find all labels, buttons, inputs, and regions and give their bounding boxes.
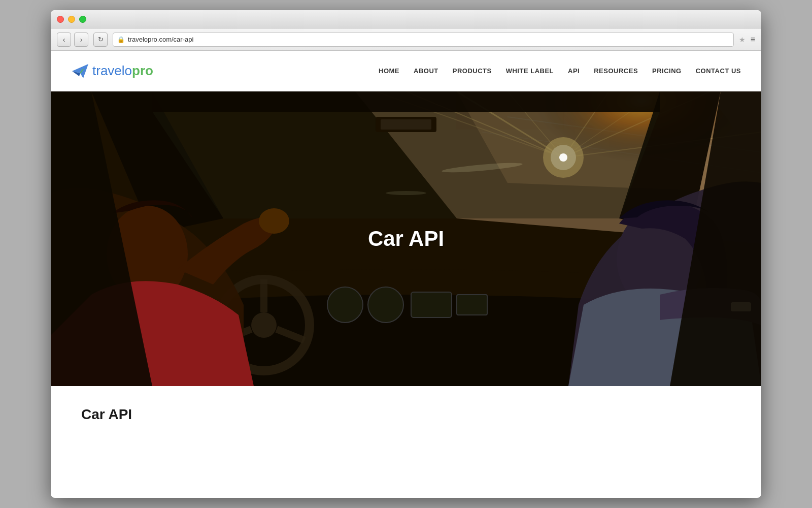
svg-marker-0 <box>72 64 88 78</box>
svg-point-27 <box>327 287 363 323</box>
hero-title: Car API <box>368 227 444 251</box>
maximize-button[interactable] <box>79 16 86 23</box>
svg-rect-19 <box>152 91 660 112</box>
mac-window-buttons <box>57 16 86 23</box>
reload-button[interactable]: ↻ <box>93 33 108 47</box>
mac-titlebar <box>51 10 761 28</box>
nav-item-pricing[interactable]: PRICING <box>652 67 682 75</box>
logo-icon <box>71 62 89 80</box>
bookmark-button[interactable]: ★ <box>739 36 746 44</box>
nav-item-contact[interactable]: CONTACT US <box>696 67 741 75</box>
outer-wrapper: ‹ › ↻ 🔒 travelopro.com/car-api ★ ≡ <box>0 0 812 508</box>
browser-content: travelopro HOME ABOUT PRODUCTS WHITE LAB… <box>51 51 761 443</box>
menu-button[interactable]: ≡ <box>751 35 755 44</box>
close-button[interactable] <box>57 16 64 23</box>
nav-item-about[interactable]: ABOUT <box>414 67 438 75</box>
nav-item-resources[interactable]: RESOURCES <box>594 67 638 75</box>
nav-item-white-label[interactable]: WHITE LABEL <box>506 67 554 75</box>
svg-point-32 <box>259 208 289 234</box>
address-bar[interactable]: 🔒 travelopro.com/car-api <box>113 33 734 47</box>
svg-rect-30 <box>457 295 487 315</box>
svg-rect-29 <box>411 292 452 318</box>
logo[interactable]: travelopro <box>71 62 153 80</box>
address-text: travelopro.com/car-api <box>128 36 729 43</box>
browser-window: ‹ › ↻ 🔒 travelopro.com/car-api ★ ≡ <box>51 10 761 498</box>
nav-item-home[interactable]: HOME <box>379 67 399 75</box>
svg-rect-21 <box>381 119 431 130</box>
hero-section: Car API <box>51 91 761 386</box>
svg-point-23 <box>251 312 277 338</box>
back-button[interactable]: ‹ <box>57 33 71 47</box>
minimize-button[interactable] <box>68 16 75 23</box>
nav-arrows: ‹ › <box>57 33 88 47</box>
browser-toolbar: ‹ › ↻ 🔒 travelopro.com/car-api ★ ≡ <box>51 28 761 51</box>
section-title: Car API <box>81 406 731 423</box>
logo-text: travelopro <box>92 63 153 79</box>
nav-menu: HOME ABOUT PRODUCTS WHITE LABEL API RESO… <box>379 67 741 75</box>
below-hero-content: Car API <box>51 386 761 443</box>
nav-item-products[interactable]: PRODUCTS <box>453 67 492 75</box>
lock-icon: 🔒 <box>117 36 125 43</box>
site-header: travelopro HOME ABOUT PRODUCTS WHITE LAB… <box>51 51 761 91</box>
forward-button[interactable]: › <box>74 33 88 47</box>
svg-point-28 <box>368 287 403 323</box>
nav-item-api[interactable]: API <box>568 67 580 75</box>
svg-point-35 <box>559 153 567 162</box>
svg-point-37 <box>386 191 426 195</box>
